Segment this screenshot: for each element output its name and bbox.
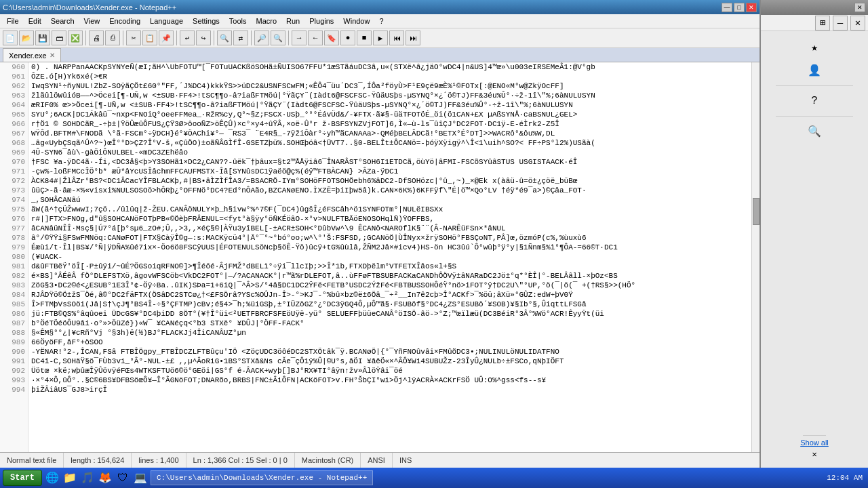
code-line: â°/©ŸŸi§FSwFMNöq:CANøFOT|FTX§CàÿÎ©g—:s:M…	[28, 233, 751, 243]
menu-tools[interactable]: Tools	[225, 16, 251, 26]
cut-button[interactable]: ✂	[126, 30, 141, 45]
code-line: _,SOHÂCANâú	[28, 195, 751, 205]
taskbar-app-notepad[interactable]: C:\Users\admin\Downloads\Xender.exe - No…	[151, 470, 373, 485]
macro-next-button[interactable]: ⏭	[406, 30, 420, 45]
print-button[interactable]: 🖨	[89, 30, 104, 45]
toolbar-sep-1	[85, 30, 86, 45]
redo-button[interactable]: ↪	[196, 30, 211, 45]
line-number: 976	[3, 214, 25, 224]
panel-bottom: Show all ✕	[800, 435, 829, 460]
maximize-button[interactable]: □	[734, 3, 745, 12]
menu-edit[interactable]: Edit	[24, 16, 45, 26]
second-window-close[interactable]: ✕	[854, 3, 865, 12]
indent-button[interactable]: →	[292, 30, 307, 45]
code-line: -çw%-loßFMCcÎÖ°b* æÛ*âYcUSÎâchmFFCAUFMST…	[28, 167, 751, 176]
panel-close-button[interactable]: ✕	[850, 16, 865, 30]
help-icon[interactable]: ?	[806, 93, 823, 109]
code-line: ZöG§3•DC2©é<¿ESUB°1E3Î°¢-Öÿ÷Ba..ûIK)SÞa=…	[28, 281, 751, 290]
menu-language[interactable]: Language	[146, 16, 187, 26]
code-line: 0) . NARPPanAACKpSYNYeÑ(æI;ãH^\UbFOTU™[¯…	[28, 62, 751, 72]
menu-settings[interactable]: Settings	[189, 16, 224, 26]
panel-grid-button[interactable]: ⊞	[815, 16, 830, 30]
taskbar-icon-vm[interactable]: 💻	[133, 470, 148, 485]
taskbar-right: 12:04 AM	[827, 474, 865, 482]
panel-close-x[interactable]: ✕	[812, 449, 816, 460]
macro-record-button[interactable]: ●	[340, 30, 355, 45]
toolbar-sep-3	[176, 30, 177, 45]
replace-button[interactable]: ⇄	[233, 30, 248, 45]
vertical-scrollbar[interactable]	[751, 62, 760, 452]
line-number: 994	[3, 385, 25, 394]
menu-macro[interactable]: Macro	[252, 16, 281, 26]
line-number: 981	[3, 262, 25, 271]
code-area[interactable]: 0) . NARPPanAACKpSYNYeÑ(æI;ãH^\UbFOTU™[¯…	[28, 62, 751, 452]
tab-close-button[interactable]: ✕	[50, 52, 55, 59]
menu-file[interactable]: File	[3, 16, 23, 26]
copy-button[interactable]: 📋	[142, 30, 157, 45]
open-button[interactable]: 📂	[19, 30, 34, 45]
star-icon[interactable]: ★	[806, 39, 823, 56]
start-button[interactable]: Start	[3, 470, 42, 486]
menu-view[interactable]: View	[80, 16, 104, 26]
macro-prev-button[interactable]: ⏮	[389, 30, 404, 45]
new-button[interactable]: 📄	[3, 30, 18, 45]
paste-button[interactable]: 📌	[159, 30, 174, 45]
toolbar-sep-4	[214, 30, 214, 45]
line-number: 964	[3, 100, 25, 110]
save-button[interactable]: 💾	[35, 30, 50, 45]
tab-bar: Xender.exe ✕	[0, 48, 760, 62]
menu-bar: File Edit Search View Encoding Language …	[0, 14, 760, 28]
line-number: 993	[3, 375, 25, 385]
user-icon[interactable]: 👤	[806, 62, 823, 79]
scroll-thumb[interactable]	[753, 198, 760, 225]
zoom-in-button[interactable]: 🔎	[254, 30, 269, 45]
menu-encoding[interactable]: Encoding	[105, 16, 144, 26]
line-number: 969	[3, 148, 25, 157]
status-position: Ln : 1,366 Col : 15 Sel : 0 | 0	[186, 453, 295, 468]
find-button[interactable]: 🔍	[217, 30, 232, 45]
undo-button[interactable]: ↩	[180, 30, 195, 45]
code-line: WŸÔd.BFTM#\FNODã \°ã-FSCm°÷ÿDCH}é°¥ÖAChi…	[28, 129, 751, 138]
taskbar-icon-firefox[interactable]: 🦊	[98, 470, 113, 485]
search-panel-icon[interactable]: 🔍	[806, 123, 823, 140]
line-number: 984	[3, 290, 25, 300]
taskbar-icon-antivirus[interactable]: 🛡	[115, 470, 130, 485]
title-bar-text: C:\Users\admin\Downloads\Xender.exe - No…	[3, 3, 176, 12]
line-number: 970	[3, 157, 25, 167]
line-numbers: 9609619629639649659669679689699709719729…	[0, 62, 28, 452]
menu-plugins[interactable]: Plugins	[305, 16, 338, 26]
macro-stop-button[interactable]: ■	[357, 30, 372, 45]
menu-help[interactable]: ?	[375, 16, 387, 26]
taskbar-icon-media[interactable]: 🎵	[80, 470, 95, 485]
line-number: 991	[3, 357, 25, 366]
line-number: 988	[3, 328, 25, 338]
panel-minimize-button[interactable]: —	[833, 16, 848, 30]
code-line: DC4î-C,SOHäŸ§ö¯FÙb3vi_°Â°-NUL-±£ ,,µ^ÂoR…	[28, 357, 751, 366]
tab-xender[interactable]: Xender.exe ✕	[3, 48, 61, 62]
code-line: RJÂDŸö©Ö±žS¯Öé,â©°DC2fäFTX(ÖSâDC2STCø¿†<…	[28, 290, 751, 300]
line-number: 990	[3, 347, 25, 357]
status-length: length : 154,624	[64, 453, 132, 468]
menu-run[interactable]: Run	[282, 16, 304, 26]
close-tab-button[interactable]: ❎	[68, 30, 83, 45]
taskbar: Start 🌐 📁 🎵 🦊 🛡 💻 C:\Users\admin\Downloa…	[0, 468, 868, 488]
taskbar-time: 12:04 AM	[827, 474, 863, 482]
save-all-button[interactable]: 🗃	[52, 30, 66, 45]
line-number: 971	[3, 167, 25, 176]
bookmark-button[interactable]: 🔖	[324, 30, 339, 45]
close-button[interactable]: ✕	[746, 3, 757, 12]
macro-play-button[interactable]: ▶	[373, 30, 388, 45]
show-all-button[interactable]: Show all	[800, 439, 829, 447]
line-number: 986	[3, 309, 25, 319]
code-line: (¥UACK-	[28, 252, 751, 262]
outdent-button[interactable]: ←	[308, 30, 323, 45]
minimize-button[interactable]: —	[722, 3, 732, 12]
print-now-button[interactable]: ⎙	[105, 30, 120, 45]
menu-search[interactable]: Search	[47, 16, 79, 26]
taskbar-icon-explorer[interactable]: 📁	[62, 470, 77, 485]
taskbar-icon-ie[interactable]: 🌐	[45, 470, 60, 485]
code-line: b°ÖéTÖéöÔU9âi·o°»>ÖüZé})«W¯ ¥CANéçq<°b3 …	[28, 319, 751, 328]
menu-window[interactable]: Window	[339, 16, 374, 26]
zoom-out-button[interactable]: 🔍	[271, 30, 285, 45]
title-bar: C:\Users\admin\Downloads\Xender.exe - No…	[0, 0, 760, 14]
